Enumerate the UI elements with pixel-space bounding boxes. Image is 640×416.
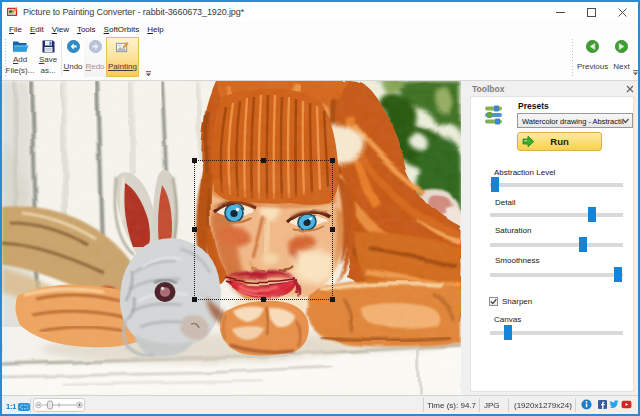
slider-track[interactable] [490, 273, 623, 277]
slider-label-saturation: Saturation [495, 226, 531, 235]
slider-thumb[interactable] [614, 267, 622, 282]
slider-thumb[interactable] [579, 237, 587, 252]
save-as-label-1: Save [35, 55, 61, 64]
presets-label: Presets [518, 101, 549, 111]
save-as-label-2: as... [35, 66, 61, 75]
menu-tools[interactable]: Tools [73, 25, 100, 34]
slider-label-detail: Detail [495, 198, 515, 207]
statusbar-separator [575, 398, 576, 412]
statusbar: 1:1 Time (s): 94.7 JPG (1920x1279x24) [2, 395, 638, 414]
check-icon [489, 297, 498, 306]
floppy-disk-icon [42, 40, 55, 53]
painting-label: Painting [107, 62, 138, 71]
menu-view[interactable]: View [48, 25, 73, 34]
redo-label: Redo [84, 62, 106, 71]
zoom-ratio-label[interactable]: 1:1 [6, 402, 16, 411]
selection-rectangle[interactable] [195, 161, 332, 299]
slider-label-canvas: Canvas [494, 315, 521, 324]
fit-to-window-icon[interactable] [18, 403, 30, 411]
minimize-button[interactable] [545, 2, 576, 22]
save-as-button[interactable]: Save as... [35, 37, 61, 77]
smoothness-slider[interactable] [490, 267, 623, 282]
detail-slider[interactable] [490, 207, 623, 222]
maximize-button[interactable] [576, 2, 607, 22]
toolbar-grip-right [571, 39, 574, 76]
slider-track[interactable] [490, 243, 623, 247]
app-icon [7, 6, 18, 17]
status-format: JPG [484, 401, 500, 410]
facebook-icon[interactable] [598, 400, 607, 409]
run-label: Run [518, 136, 601, 147]
next-icon [615, 40, 628, 53]
previous-button[interactable]: Previous [577, 37, 607, 77]
undo-icon [67, 40, 80, 53]
add-files-label-1: Add [5, 55, 35, 64]
redo-icon [89, 40, 102, 53]
toolbar: Add File(s)... Save as... Undo [2, 36, 638, 81]
add-files-button[interactable]: Add File(s)... [5, 37, 35, 77]
selection-handle-nw[interactable] [192, 158, 197, 163]
twitter-icon[interactable] [609, 400, 619, 409]
close-button[interactable] [607, 2, 638, 22]
saturation-slider[interactable] [490, 237, 623, 252]
menu-edit[interactable]: Edit [26, 25, 48, 34]
sharpen-label: Sharpen [502, 297, 532, 306]
menu-help[interactable]: Help [143, 25, 167, 34]
selection-handle-ne[interactable] [330, 158, 335, 163]
canvas-slider[interactable] [490, 325, 623, 340]
statusbar-separator [479, 398, 480, 412]
youtube-icon[interactable] [621, 400, 632, 409]
menu-file[interactable]: File [5, 25, 26, 34]
previous-icon [586, 40, 599, 53]
preset-dropdown-value: Watercolor drawing - Abstractio [522, 117, 624, 126]
slider-label-abstraction-level: Abstraction Level [494, 168, 555, 177]
statusbar-separator [423, 398, 424, 412]
painting-button[interactable]: Painting [106, 37, 139, 77]
menu-softorbits[interactable]: SoftOrbits [100, 25, 144, 34]
picture-pencil-icon [116, 41, 129, 54]
toolbox-close-icon[interactable] [626, 85, 634, 93]
image-canvas[interactable] [2, 81, 461, 395]
sharpen-checkbox[interactable] [489, 297, 498, 306]
slider-track[interactable] [490, 213, 623, 217]
selection-handle-sw[interactable] [192, 297, 197, 302]
slider-thumb[interactable] [491, 177, 499, 192]
main-area: Toolbox Presets Watercolor drawing - Abs… [2, 81, 638, 395]
chevron-down-icon [622, 118, 629, 124]
undo-label: Undo [62, 62, 84, 71]
toolbar-overflow-right-icon[interactable] [632, 70, 639, 76]
presets-icon [484, 105, 504, 126]
maximize-icon [587, 8, 596, 17]
selection-handle-n[interactable] [261, 158, 266, 163]
run-button[interactable]: Run [517, 132, 602, 151]
slider-label-smoothness: Smoothness [495, 256, 539, 265]
statusbar-separator [508, 398, 509, 412]
status-time: Time (s): 94.7 [427, 401, 476, 410]
open-folder-icon [12, 40, 29, 53]
toolbox-body: Presets Watercolor drawing - Abstractio … [470, 96, 634, 392]
slider-thumb[interactable] [588, 207, 596, 222]
statusbar-zoom-slider[interactable] [33, 398, 85, 412]
selection-handle-e[interactable] [330, 227, 335, 232]
redo-button[interactable]: Redo [84, 37, 106, 77]
selection-handle-w[interactable] [192, 227, 197, 232]
titlebar[interactable]: Picture to Painting Converter - rabbit-3… [2, 2, 638, 22]
selection-handle-s[interactable] [261, 297, 266, 302]
status-dimensions: (1920x1279x24) [514, 401, 572, 410]
selection-handle-se[interactable] [330, 297, 335, 302]
close-icon [618, 8, 627, 17]
menubar: File Edit View Tools SoftOrbits Help [2, 22, 638, 36]
statusbar-separator [30, 398, 31, 412]
abstraction-level-slider[interactable] [490, 177, 623, 192]
window-title: Picture to Painting Converter - rabbit-3… [23, 7, 244, 17]
minimize-icon [556, 8, 565, 17]
toolbox-panel: Toolbox Presets Watercolor drawing - Abs… [461, 81, 638, 395]
slider-thumb[interactable] [504, 325, 512, 340]
toolbar-overflow-icon[interactable] [145, 71, 152, 77]
info-icon[interactable] [581, 399, 592, 410]
undo-button[interactable]: Undo [62, 37, 84, 77]
slider-track[interactable] [490, 183, 623, 187]
add-files-label-2: File(s)... [5, 66, 35, 75]
previous-label: Previous [577, 62, 607, 71]
preset-dropdown[interactable]: Watercolor drawing - Abstractio [517, 113, 633, 128]
